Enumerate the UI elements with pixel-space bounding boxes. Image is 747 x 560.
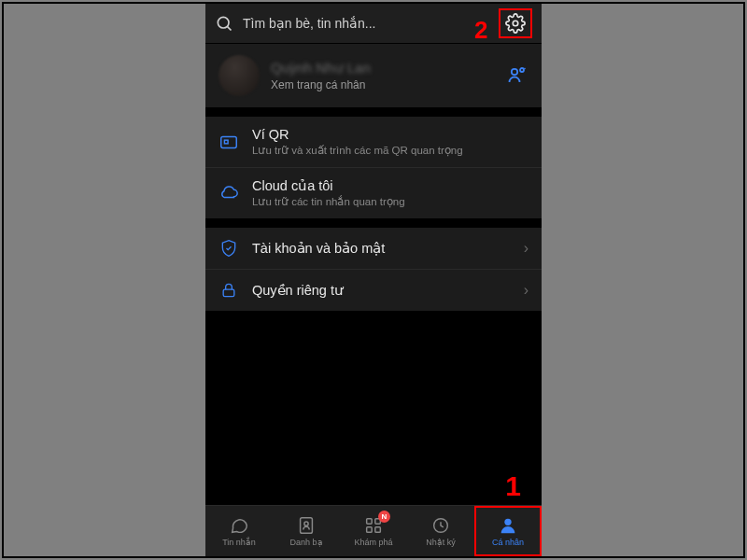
profile-subtitle: Xem trang cá nhân xyxy=(271,78,495,91)
tab-journal-label: Nhật ký xyxy=(426,538,456,547)
tab-discover[interactable]: N Khám phá xyxy=(340,506,407,556)
tab-discover-label: Khám phá xyxy=(354,538,392,547)
svg-rect-4 xyxy=(221,137,237,148)
profile-item[interactable]: Quỳnh Như Lan Xem trang cá nhân xyxy=(205,44,542,107)
chat-icon xyxy=(229,515,249,536)
chevron-right-icon: › xyxy=(524,240,529,257)
svg-point-2 xyxy=(512,69,517,75)
svg-rect-6 xyxy=(223,289,234,297)
person-icon xyxy=(498,515,518,536)
top-bar: Tìm bạn bè, tin nhắn... 2 xyxy=(205,4,542,43)
annotation-number-2: 2 xyxy=(474,16,487,45)
privacy-item[interactable]: Quyền riêng tư › xyxy=(205,269,542,311)
svg-rect-12 xyxy=(375,527,381,533)
svg-point-0 xyxy=(218,17,229,28)
profile-text: Quỳnh Như Lan Xem trang cá nhân xyxy=(271,60,495,91)
lock-icon xyxy=(218,280,239,301)
phone-screen: Tìm bạn bè, tin nhắn... 2 Quỳnh Như Lan … xyxy=(205,4,542,556)
svg-rect-9 xyxy=(367,519,373,525)
clock-icon xyxy=(430,515,451,536)
search-icon xyxy=(215,14,233,33)
notification-badge: N xyxy=(378,511,390,523)
qr-wallet-subtitle: Lưu trữ và xuất trình các mã QR quan trọ… xyxy=(252,144,529,157)
qr-wallet-item[interactable]: Ví QR Lưu trữ và xuất trình các mã QR qu… xyxy=(205,117,542,167)
svg-rect-5 xyxy=(224,140,228,144)
gear-icon[interactable] xyxy=(505,13,526,34)
add-friend-icon[interactable] xyxy=(506,64,529,87)
my-cloud-title: Cloud của tôi xyxy=(252,178,529,193)
my-cloud-item[interactable]: Cloud của tôi Lưu trữ các tin nhắn quan … xyxy=(205,167,542,218)
wallet-icon xyxy=(218,132,239,152)
settings-highlight-box: 2 xyxy=(499,8,532,38)
chevron-right-icon: › xyxy=(524,282,529,299)
profile-name: Quỳnh Như Lan xyxy=(271,60,495,77)
cloud-icon xyxy=(218,183,239,203)
empty-space xyxy=(205,311,542,505)
svg-point-8 xyxy=(304,522,308,525)
outer-frame: Tìm bạn bè, tin nhắn... 2 Quỳnh Như Lan … xyxy=(2,2,745,558)
tab-me-label: Cá nhân xyxy=(492,538,524,547)
privacy-title: Quyền riêng tư xyxy=(252,283,511,298)
tab-journal[interactable]: Nhật ký xyxy=(407,506,474,556)
account-security-title: Tài khoản và bảo mật xyxy=(252,241,511,256)
svg-rect-11 xyxy=(367,527,373,533)
svg-point-3 xyxy=(520,68,524,72)
search-placeholder: Tìm bạn bè, tin nhắn... xyxy=(243,16,376,31)
tab-contacts-label: Danh bạ xyxy=(289,538,322,547)
tab-me[interactable]: Cá nhân xyxy=(474,506,542,556)
tab-messages[interactable]: Tin nhắn xyxy=(205,506,273,556)
tab-messages-label: Tin nhắn xyxy=(222,538,256,547)
avatar xyxy=(218,55,260,96)
qr-wallet-title: Ví QR xyxy=(252,127,529,142)
account-security-item[interactable]: Tài khoản và bảo mật › xyxy=(205,228,542,269)
annotation-number-1: 1 xyxy=(505,470,521,502)
svg-point-1 xyxy=(513,21,518,26)
tab-contacts[interactable]: Danh bạ xyxy=(273,506,340,556)
search-input[interactable]: Tìm bạn bè, tin nhắn... xyxy=(215,14,487,33)
shield-icon xyxy=(218,238,239,259)
bottom-tab-bar: Tin nhắn Danh bạ N Khám phá xyxy=(205,505,542,556)
my-cloud-subtitle: Lưu trữ các tin nhắn quan trọng xyxy=(252,195,529,208)
contacts-icon xyxy=(296,515,317,536)
svg-point-14 xyxy=(504,519,511,525)
